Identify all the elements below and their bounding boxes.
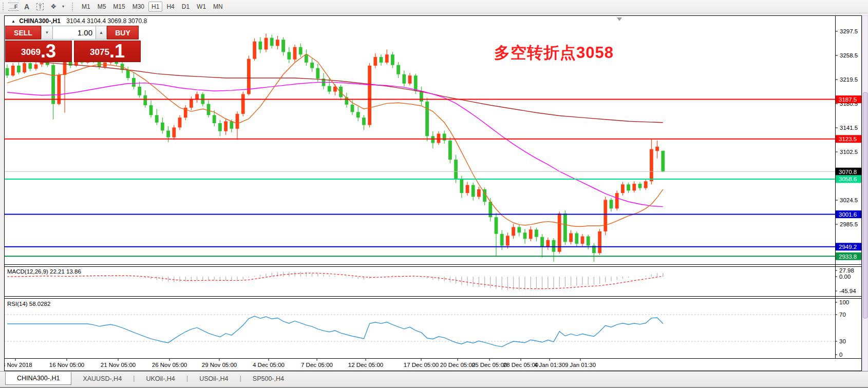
candle-110 xyxy=(638,184,642,188)
volume-up-button[interactable]: ▲ xyxy=(96,26,107,40)
expand-triangle-icon[interactable]: ▲ xyxy=(11,19,15,24)
sell-price-dec: .3 xyxy=(41,43,56,60)
candle-46 xyxy=(270,38,274,46)
tab-china300-h1[interactable]: CHINA300-,H1 xyxy=(5,372,71,385)
chevron-down-icon[interactable]: ▾ xyxy=(60,4,66,9)
candle-51 xyxy=(299,47,303,54)
volume-input[interactable] xyxy=(53,26,96,40)
buy-price-tile[interactable]: 3075 .1 xyxy=(74,41,141,62)
candle-96 xyxy=(558,214,561,252)
timeframe-m15[interactable]: M15 xyxy=(110,2,128,12)
price-tick-3258.5: 3258.5 xyxy=(840,52,858,59)
volume-dropdown-button[interactable]: ▼ xyxy=(41,26,53,40)
buy-button[interactable]: BUY xyxy=(107,26,139,40)
shapes-icon[interactable]: ❖ xyxy=(47,1,60,12)
time-label: 25 Dec 05:00 xyxy=(472,362,507,368)
candle-39 xyxy=(230,121,233,128)
candle-103 xyxy=(598,231,601,253)
tab-sp500-h4[interactable]: SP500-,H4 xyxy=(241,372,295,385)
candlestick-chart-surface[interactable]: 3297.53258.53219.53180.53141.53102.53024… xyxy=(4,15,868,371)
timeframe-h1[interactable]: H1 xyxy=(148,2,162,12)
candle-91 xyxy=(529,229,533,239)
rsi-axis-30: 30 xyxy=(839,338,846,344)
candle-59 xyxy=(345,97,348,104)
chart-symbol-period: CHINA300-,H1 xyxy=(19,17,61,25)
timeframe-m1[interactable]: M1 xyxy=(79,2,93,12)
candle-24 xyxy=(143,95,147,105)
candle-89 xyxy=(517,227,521,232)
candle-65 xyxy=(380,57,383,63)
candle-84 xyxy=(488,202,492,217)
candle-8 xyxy=(51,65,55,104)
candle-94 xyxy=(546,240,550,247)
svg-text:3070.8: 3070.8 xyxy=(839,169,857,175)
candle-63 xyxy=(368,66,371,125)
letter-a-icon[interactable]: A xyxy=(20,1,33,12)
candle-30 xyxy=(178,118,182,127)
sell-price-tile[interactable]: 3069 .3 xyxy=(5,41,72,62)
candle-68 xyxy=(397,65,400,74)
candle-108 xyxy=(627,184,630,190)
candle-104 xyxy=(603,200,607,231)
candle-101 xyxy=(587,236,590,245)
candle-76 xyxy=(443,133,446,140)
timeframe-m30[interactable]: M30 xyxy=(129,2,147,12)
timeframe-mn[interactable]: MN xyxy=(210,2,226,12)
time-label: 26 Nov 05:00 xyxy=(152,362,187,368)
candle-99 xyxy=(575,233,578,243)
candle-41 xyxy=(241,94,245,114)
candle-37 xyxy=(218,123,222,131)
candle-26 xyxy=(155,115,159,122)
candle-56 xyxy=(328,86,331,92)
tab-xauusd-h4[interactable]: XAUUSD-,H4 xyxy=(71,372,133,385)
toolbar-grip-2 xyxy=(71,2,74,11)
candle-98 xyxy=(569,233,573,242)
timeframe-h4[interactable]: H4 xyxy=(163,2,177,12)
price-tick-2985.5: 2985.5 xyxy=(840,221,858,227)
macd-label: MACD(12,26,9) 22.21 13.86 xyxy=(7,268,81,275)
candle-78 xyxy=(454,160,458,180)
macd-axis-0.00: 0.00 xyxy=(839,274,851,280)
scrollbar-thumb[interactable] xyxy=(863,92,867,318)
candle-107 xyxy=(621,184,625,193)
price-tick-3219.5: 3219.5 xyxy=(840,76,858,83)
price-tick-3102.5: 3102.5 xyxy=(840,149,858,155)
candle-75 xyxy=(437,133,441,143)
chart-ohlc-values: 3104.4 3104.4 3069.8 3070.8 xyxy=(66,17,147,25)
tab-ukoil-h4[interactable]: UKOil-,H4 xyxy=(135,372,186,385)
candle-29 xyxy=(172,127,176,137)
macd-axis--45.94: -45.94 xyxy=(839,288,856,294)
candle-79 xyxy=(460,180,463,193)
candle-109 xyxy=(632,184,636,190)
timeframe-buttons: M1M5M15M30H1H4D1W1MN xyxy=(78,2,227,12)
time-label: 21 Nov 05:00 xyxy=(101,362,136,368)
top-toolbar: …FAT❖ ▾ M1M5M15M30H1H4D1W1MN xyxy=(0,0,868,13)
indicator-f-icon[interactable]: …F xyxy=(7,1,20,12)
timeframe-m5[interactable]: M5 xyxy=(95,2,109,12)
candle-58 xyxy=(339,87,343,97)
candle-25 xyxy=(149,105,153,115)
candle-106 xyxy=(615,193,619,208)
candle-50 xyxy=(293,47,297,60)
candle-44 xyxy=(258,42,262,50)
svg-text:3058.6: 3058.6 xyxy=(839,176,857,182)
tab-usoil-h4[interactable]: USOil-,H4 xyxy=(188,372,239,385)
candle-88 xyxy=(512,227,515,236)
candle-81 xyxy=(471,185,475,197)
time-label: 16 Nov 05:00 xyxy=(49,362,84,368)
candle-49 xyxy=(287,52,291,59)
time-label: 4 Jan 01:30 xyxy=(534,362,565,368)
price-tick-3297.5: 3297.5 xyxy=(840,28,858,34)
timeframe-d1[interactable]: D1 xyxy=(179,2,193,12)
candle-2 xyxy=(17,66,21,72)
candle-35 xyxy=(207,104,211,115)
symbol-tab-bar: CHINA300-,H1XAUUSD-,H4|UKOil-,H4|USOil-,… xyxy=(0,371,868,388)
sell-button[interactable]: SELL xyxy=(5,26,41,40)
timeframe-w1[interactable]: W1 xyxy=(194,2,209,12)
price-tick-3024.5: 3024.5 xyxy=(840,197,858,203)
text-label-icon[interactable]: T xyxy=(33,1,47,12)
candle-100 xyxy=(581,236,584,243)
candle-67 xyxy=(391,54,394,65)
candle-28 xyxy=(166,130,170,137)
candle-69 xyxy=(402,74,406,84)
